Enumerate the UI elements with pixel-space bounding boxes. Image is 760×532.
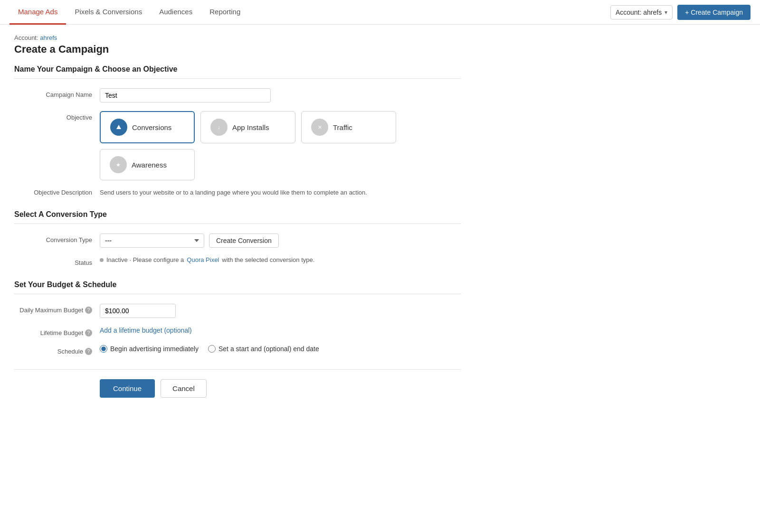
conversion-type-select[interactable]: --- <box>100 233 204 248</box>
conversions-icon <box>110 119 127 136</box>
nav-link-manage-ads[interactable]: Manage Ads <box>10 0 66 25</box>
objective-card-app-installs[interactable]: ↓ App Installs <box>200 111 295 143</box>
objective-card-awareness[interactable]: ★ Awareness <box>100 149 195 180</box>
breadcrumb-account-label: Account: <box>14 34 38 41</box>
daily-budget-input[interactable] <box>100 304 176 318</box>
objective-row: Objective Conversions ↓ App Installs <box>14 111 461 180</box>
lifetime-budget-control: Add a lifetime budget (optional) <box>100 327 461 334</box>
section-conversion-type: Select A Conversion Type Conversion Type… <box>14 210 461 266</box>
status-suffix: with the selected conversion type. <box>222 256 314 263</box>
campaign-name-control <box>100 88 461 103</box>
traffic-icon: ✕ <box>311 119 328 136</box>
awareness-icon: ★ <box>110 156 127 173</box>
quora-pixel-link[interactable]: Quora Pixel <box>187 256 219 263</box>
lifetime-budget-help-icon[interactable]: ? <box>85 329 92 336</box>
select-with-btn: --- Create Conversion <box>100 233 461 248</box>
section-name-objective: Name Your Campaign & Choose an Objective… <box>14 65 461 196</box>
section1-heading: Name Your Campaign & Choose an Objective <box>14 65 461 79</box>
schedule-control: Begin advertising immediately Set a star… <box>100 345 461 353</box>
awareness-label: Awareness <box>132 161 167 169</box>
objective-description-text: Send users to your website or to a landi… <box>100 189 367 196</box>
objective-description-row: Objective Description Send users to your… <box>14 189 461 196</box>
app-installs-label: App Installs <box>232 123 269 131</box>
section2-heading: Select A Conversion Type <box>14 210 461 224</box>
breadcrumb-account-link[interactable]: ahrefs <box>40 34 57 41</box>
objective-control: Conversions ↓ App Installs ✕ Traffic <box>100 111 461 180</box>
lifetime-budget-link[interactable]: Add a lifetime budget (optional) <box>100 327 192 334</box>
nav-link-reporting[interactable]: Reporting <box>201 0 249 25</box>
app-installs-icon: ↓ <box>210 119 228 136</box>
daily-budget-label-wrap: Daily Maximum Budget ? <box>14 304 100 314</box>
objective-label: Objective <box>14 111 100 121</box>
status-label: Status <box>14 256 100 266</box>
campaign-name-label: Campaign Name <box>14 88 100 98</box>
page-title: Create a Campaign <box>14 43 461 56</box>
schedule-help-icon[interactable]: ? <box>85 348 92 355</box>
nav-link-audiences[interactable]: Audiences <box>151 0 201 25</box>
daily-budget-row: Daily Maximum Budget ? <box>14 304 461 318</box>
objective-card-conversions[interactable]: Conversions <box>100 111 195 143</box>
status-control: Inactive · Please configure a Quora Pixe… <box>100 256 461 263</box>
schedule-immediate-radio[interactable] <box>100 345 107 353</box>
schedule-radio-group: Begin advertising immediately Set a star… <box>100 345 461 353</box>
conversion-type-label: Conversion Type <box>14 233 100 243</box>
schedule-row: Schedule ? Begin advertising immediately… <box>14 345 461 355</box>
svg-text:★: ★ <box>116 162 121 168</box>
objective-description-label: Objective Description <box>14 189 100 196</box>
status-text: Inactive · Please configure a <box>106 256 184 263</box>
schedule-custom-label: Set a start and (optional) end date <box>218 345 319 353</box>
schedule-immediate-option[interactable]: Begin advertising immediately <box>100 345 199 353</box>
daily-budget-control <box>100 304 461 318</box>
conversion-type-row: Conversion Type --- Create Conversion <box>14 233 461 248</box>
status-dot-icon <box>100 258 104 262</box>
conversions-label: Conversions <box>132 123 171 131</box>
schedule-immediate-label: Begin advertising immediately <box>110 345 199 353</box>
nav-links: Manage Ads Pixels & Conversions Audience… <box>10 0 610 24</box>
svg-text:✕: ✕ <box>318 124 322 130</box>
section3-heading: Set Your Budget & Schedule <box>14 280 461 294</box>
daily-budget-help-icon[interactable]: ? <box>85 307 92 314</box>
conversion-type-control: --- Create Conversion <box>100 233 461 248</box>
chevron-down-icon: ▾ <box>665 9 667 16</box>
objective-card-traffic[interactable]: ✕ Traffic <box>301 111 396 143</box>
nav-link-pixels-conversions[interactable]: Pixels & Conversions <box>66 0 151 25</box>
lifetime-budget-label-wrap: Lifetime Budget ? <box>14 327 100 336</box>
lifetime-budget-row: Lifetime Budget ? Add a lifetime budget … <box>14 327 461 336</box>
schedule-custom-radio[interactable] <box>208 345 216 353</box>
campaign-name-row: Campaign Name <box>14 88 461 103</box>
status-display: Inactive · Please configure a Quora Pixe… <box>100 256 461 263</box>
svg-text:↓: ↓ <box>218 124 220 130</box>
account-selector[interactable]: Account: ahrefs ▾ <box>610 5 673 19</box>
breadcrumb: Account: ahrefs <box>14 34 461 41</box>
nav-bar: Manage Ads Pixels & Conversions Audience… <box>0 0 760 25</box>
daily-budget-label: Daily Maximum Budget <box>19 307 83 314</box>
main-content: Account: ahrefs Create a Campaign Name Y… <box>0 25 475 417</box>
status-row: Status Inactive · Please configure a Quo… <box>14 256 461 266</box>
objective-grid: Conversions ↓ App Installs ✕ Traffic <box>100 111 461 143</box>
campaign-name-input[interactable] <box>100 88 271 103</box>
continue-button[interactable]: Continue <box>100 379 155 398</box>
lifetime-budget-label: Lifetime Budget <box>40 329 83 336</box>
create-conversion-button[interactable]: Create Conversion <box>209 233 279 248</box>
action-buttons: Continue Cancel <box>14 369 461 407</box>
traffic-label: Traffic <box>333 123 352 131</box>
schedule-label: Schedule <box>57 348 83 355</box>
cancel-button[interactable]: Cancel <box>161 379 207 398</box>
schedule-label-wrap: Schedule ? <box>14 345 100 355</box>
create-campaign-button[interactable]: + Create Campaign <box>677 5 750 20</box>
schedule-custom-option[interactable]: Set a start and (optional) end date <box>208 345 319 353</box>
section-budget-schedule: Set Your Budget & Schedule Daily Maximum… <box>14 280 461 355</box>
account-selector-label: Account: ahrefs <box>616 9 662 16</box>
nav-right: Account: ahrefs ▾ + Create Campaign <box>610 5 750 20</box>
